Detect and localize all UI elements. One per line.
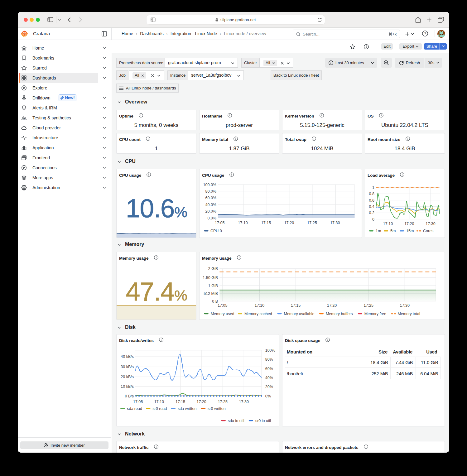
svg-text:1: 1	[372, 185, 374, 190]
svg-text:20%: 20%	[265, 385, 273, 389]
svg-text:2 GiB: 2 GiB	[208, 267, 218, 271]
svg-text:100.0%: 100.0%	[203, 183, 216, 187]
svg-text:40.0%: 40.0%	[205, 203, 216, 207]
svg-text:100%: 100%	[265, 348, 275, 353]
svg-text:17:10: 17:10	[238, 221, 248, 225]
svg-text:40%: 40%	[265, 376, 273, 380]
svg-text:Memory total: Memory total	[398, 312, 420, 316]
svg-text:sr0 io util: sr0 io util	[255, 419, 271, 423]
svg-text:17:10: 17:10	[154, 400, 164, 404]
svg-text:17:25: 17:25	[218, 400, 228, 404]
svg-text:sr0 read: sr0 read	[152, 406, 167, 411]
svg-text:30 kB/s: 30 kB/s	[121, 365, 134, 369]
svg-text:80.0%: 80.0%	[205, 189, 216, 194]
svg-text:0.6: 0.6	[369, 198, 374, 203]
svg-text:Memory used: Memory used	[211, 312, 234, 316]
svg-text:15m: 15m	[406, 229, 414, 233]
svg-text:60%: 60%	[265, 367, 273, 371]
svg-text:Memory available: Memory available	[284, 312, 315, 316]
svg-text:17:05: 17:05	[133, 400, 143, 404]
svg-text:17:20: 17:20	[404, 222, 414, 226]
svg-text:17:30: 17:30	[239, 400, 249, 404]
svg-text:40 kB/s: 40 kB/s	[121, 354, 134, 359]
svg-text:0.8: 0.8	[369, 192, 374, 196]
svg-text:17:05: 17:05	[218, 303, 227, 308]
svg-text:1m: 1m	[376, 229, 381, 233]
svg-text:17:20: 17:20	[327, 303, 337, 308]
svg-text:CPU 0: CPU 0	[210, 229, 222, 233]
svg-text:17:15: 17:15	[261, 221, 271, 225]
svg-text:5m: 5m	[390, 229, 396, 233]
svg-text:60.0%: 60.0%	[205, 196, 216, 200]
svg-text:17:10: 17:10	[383, 222, 393, 226]
svg-text:sda read: sda read	[127, 406, 142, 411]
svg-text:?: ?	[424, 32, 426, 36]
svg-text:20.0%: 20.0%	[205, 209, 216, 214]
svg-text:sda io util: sda io util	[228, 419, 244, 423]
svg-text:0.4: 0.4	[369, 204, 374, 209]
svg-text:0.0%: 0.0%	[208, 216, 217, 220]
svg-text:1 GiB: 1 GiB	[208, 284, 218, 288]
svg-text:Memory cached: Memory cached	[244, 312, 272, 316]
svg-text:10 kB/s: 10 kB/s	[121, 384, 134, 389]
svg-text:0 B/s: 0 B/s	[125, 394, 134, 398]
svg-text:0.2: 0.2	[369, 211, 374, 215]
svg-text:17:30: 17:30	[400, 303, 410, 308]
svg-text:Memory free: Memory free	[364, 312, 386, 316]
svg-text:17:05: 17:05	[215, 221, 224, 225]
svg-text:0%: 0%	[265, 394, 271, 398]
svg-text:0 B: 0 B	[212, 299, 218, 304]
svg-text:17:30: 17:30	[426, 222, 435, 226]
svg-text:Memory buffers: Memory buffers	[326, 312, 353, 316]
svg-text:0: 0	[372, 217, 374, 222]
svg-text:sda written: sda written	[178, 406, 196, 411]
svg-text:Cores: Cores	[423, 229, 433, 233]
svg-text:17:15: 17:15	[176, 400, 185, 404]
svg-text:80%: 80%	[265, 357, 273, 362]
svg-text:512 MiB: 512 MiB	[204, 291, 218, 296]
svg-text:17:20: 17:20	[196, 400, 206, 404]
svg-text:17:15: 17:15	[291, 303, 301, 308]
svg-text:17:20: 17:20	[284, 221, 294, 225]
svg-text:17:25: 17:25	[307, 221, 317, 225]
svg-text:17:30: 17:30	[330, 221, 340, 225]
svg-text:sr0 written: sr0 written	[208, 406, 226, 411]
svg-text:k6: k6	[23, 118, 25, 120]
svg-text:17:10: 17:10	[255, 303, 264, 308]
svg-text:20 kB/s: 20 kB/s	[121, 375, 134, 379]
svg-text:1.50 GiB: 1.50 GiB	[203, 276, 218, 280]
svg-text:17:25: 17:25	[364, 303, 373, 308]
